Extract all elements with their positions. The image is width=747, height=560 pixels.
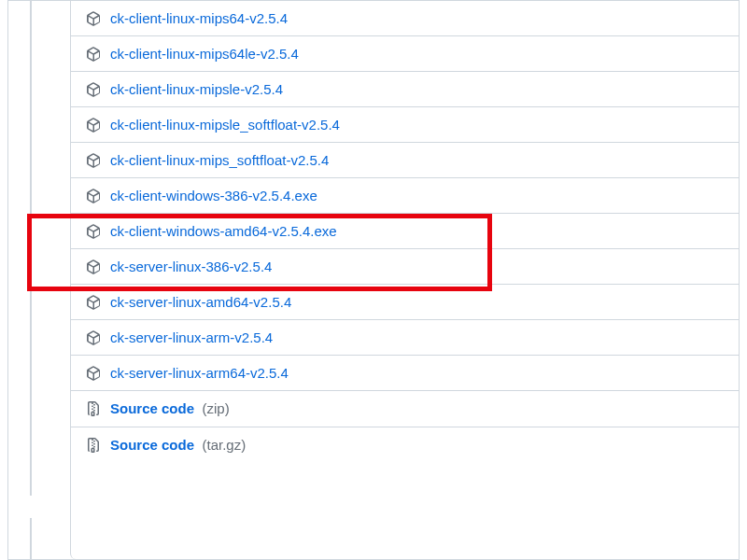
package-icon bbox=[86, 47, 101, 62]
asset-row: ck-server-linux-amd64-v2.5.4 bbox=[71, 284, 739, 319]
source-code-ext: (zip) bbox=[202, 400, 229, 416]
source-code-link[interactable]: Source code (tar.gz) bbox=[110, 437, 246, 454]
asset-row: ck-client-linux-mips_softfloat-v2.5.4 bbox=[71, 142, 739, 177]
asset-row: ck-client-windows-386-v2.5.4.exe bbox=[71, 177, 739, 213]
asset-row: ck-client-linux-mipsle_softfloat-v2.5.4 bbox=[71, 106, 739, 142]
asset-link[interactable]: ck-server-linux-arm64-v2.5.4 bbox=[110, 365, 289, 381]
asset-row: Source code (zip) bbox=[71, 390, 739, 427]
package-icon bbox=[86, 118, 101, 133]
asset-link[interactable]: ck-server-linux-386-v2.5.4 bbox=[110, 259, 272, 274]
file-zip-icon bbox=[86, 401, 101, 416]
asset-link[interactable]: ck-client-windows-386-v2.5.4.exe bbox=[110, 188, 317, 203]
timeline-line bbox=[30, 1, 32, 559]
asset-link[interactable]: ck-client-linux-mipsle-v2.5.4 bbox=[110, 81, 283, 97]
package-icon bbox=[86, 366, 101, 381]
package-icon bbox=[86, 153, 101, 168]
timeline-break bbox=[20, 496, 42, 518]
asset-row: Source code (tar.gz) bbox=[71, 427, 739, 463]
asset-row: ck-server-linux-arm-v2.5.4 bbox=[71, 319, 739, 355]
asset-row: ck-server-linux-386-v2.5.4 bbox=[71, 248, 739, 284]
package-icon bbox=[86, 82, 101, 97]
source-code-link[interactable]: Source code (zip) bbox=[110, 400, 230, 417]
source-code-ext: (tar.gz) bbox=[202, 437, 246, 453]
file-zip-icon bbox=[86, 438, 101, 453]
asset-row: ck-client-linux-mips64le-v2.5.4 bbox=[71, 35, 739, 71]
package-icon bbox=[86, 11, 101, 26]
package-icon bbox=[86, 189, 101, 203]
asset-link[interactable]: ck-client-linux-mips64le-v2.5.4 bbox=[110, 46, 299, 62]
asset-link[interactable]: ck-client-linux-mipsle_softfloat-v2.5.4 bbox=[110, 117, 340, 133]
package-icon bbox=[86, 330, 101, 345]
package-icon bbox=[86, 259, 101, 274]
asset-row: ck-client-linux-mipsle-v2.5.4 bbox=[71, 71, 739, 106]
asset-link[interactable]: ck-server-linux-arm-v2.5.4 bbox=[110, 329, 273, 345]
asset-row: ck-client-windows-amd64-v2.5.4.exe bbox=[71, 213, 739, 248]
source-code-label: Source code bbox=[110, 400, 194, 416]
assets-list: ck-client-linux-mips64-v2.5.4 ck-client-… bbox=[70, 1, 739, 559]
asset-link[interactable]: ck-client-linux-mips64-v2.5.4 bbox=[110, 10, 288, 26]
package-icon bbox=[86, 295, 101, 310]
asset-link[interactable]: ck-server-linux-amd64-v2.5.4 bbox=[110, 294, 291, 310]
asset-link[interactable]: ck-client-windows-amd64-v2.5.4.exe bbox=[110, 223, 337, 239]
package-icon bbox=[86, 224, 101, 239]
source-code-label: Source code bbox=[110, 437, 194, 453]
asset-link[interactable]: ck-client-linux-mips_softfloat-v2.5.4 bbox=[110, 152, 329, 168]
page-frame: ck-client-linux-mips64-v2.5.4 ck-client-… bbox=[7, 0, 740, 560]
asset-row: ck-server-linux-arm64-v2.5.4 bbox=[71, 355, 739, 390]
asset-row: ck-client-linux-mips64-v2.5.4 bbox=[71, 1, 739, 35]
